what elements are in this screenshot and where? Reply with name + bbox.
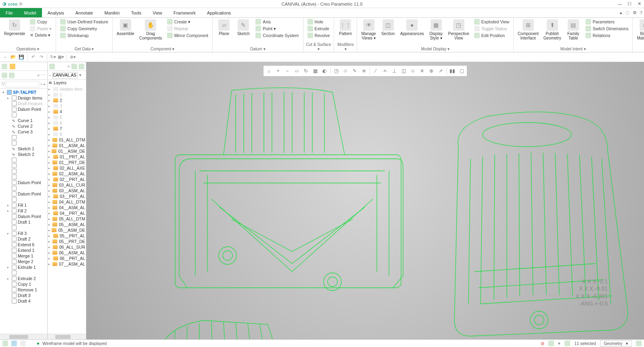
dropdown-icon[interactable]: ▾ — [79, 73, 82, 78]
help-icon[interactable]: ? — [640, 10, 642, 15]
tree-item[interactable]: ▸Fill 2 — [0, 208, 47, 214]
layer-item[interactable]: ▸06__ASM_AL — [48, 250, 86, 256]
qat-regen-icon[interactable]: ↻▾ — [49, 54, 56, 61]
layer-item[interactable]: ▸01__PRT_AL — [48, 154, 86, 160]
layer-item[interactable]: ▸06__PRT_AL — [48, 256, 86, 261]
ribbon-bill-of-materials-button[interactable]: ≣Bill ofMaterials — [635, 19, 644, 41]
ribbon-shrinkwrap-button[interactable]: Shrinkwrap — [59, 32, 110, 39]
layer-item[interactable]: ▸01__PRT_DE — [48, 160, 86, 165]
layer-item[interactable]: ▸05__ASM_DE — [48, 227, 86, 233]
tab-file[interactable]: File — [0, 8, 19, 17]
ribbon-relations-button[interactable]: Relations — [584, 32, 630, 39]
csys-display-icon[interactable]: ⊥ — [390, 66, 399, 75]
layer-item[interactable]: ▸01_ALL_DTM — [48, 137, 86, 143]
filter-icon[interactable]: ▽ — [2, 81, 5, 87]
tree-item[interactable]: Merge 1 — [0, 253, 47, 259]
tree-item[interactable] — [0, 163, 47, 168]
layer-settings-icon[interactable] — [71, 64, 77, 69]
ribbon-switch-dimensions-button[interactable]: Switch Dimensions — [584, 25, 630, 32]
stop-icon[interactable]: ▢ — [457, 66, 466, 75]
layer-item[interactable]: ▸7 — [48, 126, 86, 131]
tree-item[interactable] — [0, 270, 47, 276]
layers-model-select[interactable] — [52, 72, 77, 79]
qat-redo-icon[interactable]: ↷ — [38, 54, 45, 61]
tree-item[interactable]: Copy 1 — [0, 281, 47, 287]
tree-item[interactable]: Datum Point — [0, 106, 47, 112]
layer-item[interactable]: ▸02_ALL_AXE — [48, 165, 86, 171]
tree-root[interactable]: ▾SP-TALPRT — [0, 89, 47, 95]
tree-item[interactable]: Draft 1 — [0, 219, 47, 225]
ribbon-revolve-button[interactable]: Revolve — [306, 32, 332, 39]
tree-item[interactable]: Curve 2 — [0, 123, 47, 129]
tree-item[interactable]: Curve 1 — [0, 118, 47, 123]
ribbon-repeat-button[interactable]: Repeat — [165, 25, 210, 32]
tree-scrollbar[interactable] — [0, 334, 47, 339]
layer-item[interactable]: ▸8 — [48, 131, 86, 137]
layer-item[interactable]: ▸3 — [48, 103, 86, 109]
ribbon-copy-button[interactable]: Copy — [28, 19, 53, 25]
layer-item[interactable]: ▸01__ASM_DE — [48, 148, 86, 154]
minimize-button[interactable]: — — [615, 0, 625, 8]
layer-item[interactable]: ▸02__ASM_AL — [48, 171, 86, 177]
ribbon-parameters-button[interactable]: Parameters — [584, 19, 630, 25]
layer-item[interactable]: ▸05__PRT_DE — [48, 239, 86, 244]
qat-undo-icon[interactable]: ↶ — [29, 54, 37, 61]
layer-item[interactable]: ▸06_ALL_SUR — [48, 244, 86, 250]
tab-framework[interactable]: Framework — [168, 8, 201, 17]
tree-item[interactable] — [0, 140, 47, 146]
status-warn-icon[interactable]: ⊘ — [541, 341, 544, 346]
tab-model[interactable]: Model — [19, 8, 42, 17]
ribbon-display-style-▾-button[interactable]: ▦DisplayStyle ▾ — [427, 19, 445, 41]
tab-analysis[interactable]: Analysis — [42, 8, 70, 17]
layers-icon[interactable]: ≋ — [360, 66, 368, 75]
ribbon-mirror-component-button[interactable]: Mirror Component — [165, 32, 210, 39]
collapse-ribbon-icon[interactable]: ▴ — [620, 10, 622, 15]
status-tool1-icon[interactable] — [548, 341, 554, 346]
tree-item[interactable]: Curve 3 — [0, 129, 47, 135]
layer-item[interactable]: ▸03__ASM_AL — [48, 188, 86, 193]
ribbon-section-button[interactable]: ◫Section — [379, 19, 397, 37]
plane-display-icon[interactable]: ◫ — [399, 66, 408, 75]
ribbon-paste--button[interactable]: Paste ▾ — [28, 25, 53, 32]
tree-item[interactable] — [0, 174, 47, 180]
refit-icon[interactable]: ⌕ — [264, 66, 273, 75]
ribbon--delete--button[interactable]: ✕ Delete ▾ — [28, 32, 53, 38]
layers-tree[interactable]: ▸Hidden Item▸1▸2▸3▸4▸5▸6▸7▸8▸01_ALL_DTM▸… — [48, 85, 86, 334]
qat-save-icon[interactable]: 💾 — [18, 54, 25, 61]
ribbon-assemble-button[interactable]: ▣Assemble — [115, 19, 136, 37]
layer-item[interactable]: ▸03__PRT_AL — [48, 193, 86, 199]
tree-item[interactable]: Datum Point — [0, 214, 47, 219]
tree-item[interactable] — [0, 112, 47, 118]
more-icon[interactable]: ⋯ — [41, 73, 46, 78]
view-manager-icon[interactable]: ◳ — [332, 66, 341, 75]
tree-item[interactable]: Remove 1 — [0, 287, 47, 293]
tree-item[interactable]: Draft 4 — [0, 298, 47, 304]
tree-item[interactable]: Draft 3 — [0, 293, 47, 298]
tree-item[interactable] — [0, 157, 47, 163]
qat-windows-icon[interactable]: ▦▾ — [57, 54, 65, 61]
status-icon-3[interactable] — [20, 341, 26, 346]
maximize-button[interactable]: ☐ — [625, 0, 634, 8]
layer-item[interactable]: ▸2 — [48, 98, 86, 103]
tree-item[interactable]: Draft 2 — [0, 236, 47, 242]
tree-item[interactable] — [0, 168, 47, 174]
tree-item[interactable]: Extend 6 — [0, 242, 47, 247]
ribbon-appearances-button[interactable]: ●Appearances — [399, 19, 426, 37]
ribbon-point--button[interactable]: Point ▾ — [254, 25, 300, 32]
show-icon[interactable] — [2, 73, 7, 78]
layer-tree-icon[interactable] — [49, 64, 55, 69]
settings-tree-icon[interactable] — [9, 73, 15, 78]
tree-item[interactable]: Extend 1 — [0, 247, 47, 253]
ribbon-extrude-button[interactable]: Extrude — [306, 25, 332, 32]
status-dropdown-icon[interactable]: ▾ — [558, 341, 560, 346]
layer-item[interactable]: ▸05__PRT_AL — [48, 233, 86, 239]
viewport[interactable]: ⌕ + − ▱ ↻ ▦ ◐ ◳ ⊹ ✎ ≋ ∕ ·×· ⊥ ◫ ⊹ ✕ ⊕ ↗ … — [86, 62, 644, 339]
ribbon-axis-button[interactable]: Axis — [254, 19, 300, 25]
tree-item[interactable]: Draft Feature — [0, 101, 47, 106]
tab-tools[interactable]: Tools — [125, 8, 147, 17]
ribbon-edit-position-button[interactable]: Edit Position — [473, 32, 511, 39]
layer-item[interactable]: ▸07__ASM_AL — [48, 261, 86, 267]
saved-orient-icon[interactable]: ◐ — [320, 66, 329, 75]
annotation-display-icon[interactable]: ✎ — [350, 66, 359, 75]
tree-search-input[interactable] — [6, 81, 39, 87]
